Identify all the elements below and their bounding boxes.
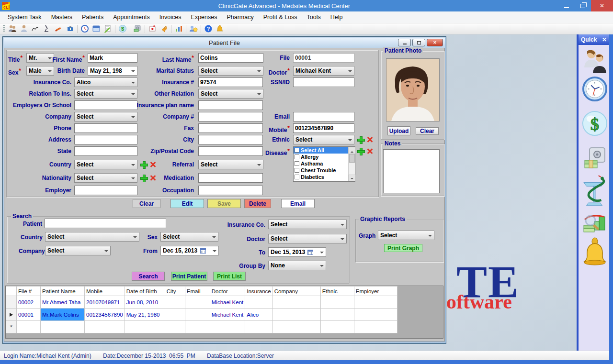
checkbox-icon[interactable] [295, 161, 299, 166]
schedule-icon[interactable] [189, 24, 198, 33]
menu-masters[interactable]: Masters [46, 12, 77, 22]
fax-input[interactable] [198, 123, 263, 133]
insurance-plan-input[interactable] [198, 100, 263, 110]
col-doctor[interactable]: Doctor [210, 287, 245, 296]
grid-row-00002[interactable]: 00002 Mr.Ahmed Taha 20107049971 Jun 08, … [6, 296, 397, 309]
birth-date-picker[interactable]: May 21, 198 [88, 66, 137, 76]
upload-photo-button[interactable]: Upload [387, 126, 410, 135]
medical-kit-icon[interactable] [65, 24, 75, 33]
new-row-selector[interactable]: * [6, 321, 17, 333]
invoice-icon[interactable] [103, 24, 113, 33]
col-city[interactable]: City [165, 287, 185, 296]
menu-system-task[interactable]: System Task [3, 12, 46, 22]
ethnic-select[interactable]: Select [293, 135, 354, 144]
reports-chart-icon[interactable] [174, 24, 183, 33]
email-input[interactable] [293, 112, 354, 121]
pharmacy-box-icon[interactable] [148, 24, 157, 33]
menu-pharmacy[interactable]: Pharmacy [222, 12, 258, 22]
menu-expenses[interactable]: Expenses [186, 12, 222, 22]
title-select[interactable]: Mr. [26, 53, 54, 63]
company-number-input[interactable] [198, 112, 263, 121]
add-country-icon[interactable] [140, 161, 147, 168]
menu-appointments[interactable]: Appointments [108, 12, 154, 22]
staff-icon[interactable] [19, 24, 29, 33]
scroll-thumb[interactable] [349, 154, 355, 163]
signature-icon[interactable] [31, 24, 40, 33]
marital-status-select[interactable]: Select [198, 66, 263, 76]
calendar-icon[interactable] [91, 24, 101, 33]
other-relation-select[interactable]: Select [198, 89, 263, 99]
employer-input[interactable] [74, 186, 137, 195]
col-ethnic[interactable]: Ethnic [320, 287, 354, 296]
grid-new-row[interactable]: * [6, 321, 397, 333]
menu-profit-loss[interactable]: Profit & Loss [259, 12, 302, 22]
notes-textarea[interactable] [383, 149, 440, 193]
patient-close-button[interactable]: ✕ [427, 39, 443, 46]
disease-option-chest-trouble[interactable]: Chest Trouble [294, 167, 348, 174]
row-selector[interactable] [6, 296, 17, 309]
patient-minimize-button[interactable] [398, 39, 411, 46]
selected-cell[interactable]: Mr.Mark Colins [41, 309, 85, 321]
city-input[interactable] [198, 135, 263, 144]
employers-or-school-input[interactable] [74, 100, 137, 110]
occupation-input[interactable] [198, 186, 263, 195]
add-ethnic-icon[interactable] [357, 136, 364, 143]
search-patient-input[interactable] [45, 219, 166, 228]
insurance-co-select[interactable]: Alico [74, 77, 137, 87]
menu-tools[interactable]: Tools [302, 12, 326, 22]
menu-invoices[interactable]: Invoices [155, 12, 186, 22]
scroll-up-icon[interactable] [349, 147, 355, 154]
col-file[interactable]: File # [17, 287, 41, 296]
delete-button[interactable]: Delete [244, 199, 271, 208]
zip-input[interactable] [198, 146, 263, 156]
disease-option-select-all[interactable]: Select All [294, 147, 348, 154]
email-button[interactable]: Email [281, 199, 315, 208]
quick-billing-icon[interactable]: $ [582, 110, 608, 137]
checkbox-icon[interactable] [295, 168, 299, 173]
address-input[interactable] [74, 135, 137, 144]
add-disease-icon[interactable] [357, 148, 364, 154]
returns-arrow-icon[interactable] [159, 24, 169, 33]
quick-panel-close-icon[interactable]: ✕ [602, 36, 607, 43]
col-insurance[interactable]: Insurance [245, 287, 273, 296]
insurance-number-input[interactable] [198, 77, 263, 87]
search-insurance-select[interactable]: Select [268, 220, 347, 229]
quick-pharmacy-icon[interactable] [582, 173, 608, 208]
doctor-select[interactable]: Michael Kent [293, 66, 354, 76]
country-select[interactable]: Select [74, 160, 137, 169]
disease-option-asthama[interactable]: Asthama [294, 160, 348, 167]
patient-window-titlebar[interactable]: Patient File ✕ [4, 38, 445, 48]
medication-input[interactable] [198, 173, 263, 183]
disease-option-diabetics[interactable]: Diabetics [294, 174, 348, 180]
search-company-select[interactable]: Select [45, 246, 111, 255]
mobile-input[interactable] [293, 123, 354, 133]
restore-button[interactable] [575, 0, 591, 11]
checkbox-icon[interactable] [295, 175, 299, 179]
search-button[interactable]: Search [132, 272, 165, 281]
current-row-selector[interactable] [6, 309, 17, 321]
search-country-select[interactable]: Select [45, 232, 139, 242]
state-input[interactable] [74, 146, 137, 156]
group-by-select[interactable]: None [268, 261, 326, 270]
sex-select[interactable]: Male [26, 66, 54, 76]
col-mobile[interactable]: Mobile [85, 287, 125, 296]
scroll-down-icon[interactable] [349, 175, 355, 181]
minimize-button[interactable] [558, 0, 575, 11]
col-patient-name[interactable]: Patient Name [41, 287, 85, 296]
first-name-input[interactable] [88, 53, 137, 63]
relation-to-ins-select[interactable]: Select [74, 89, 137, 99]
patient-maximize-button[interactable] [412, 39, 425, 46]
clear-photo-button[interactable]: Clear [416, 127, 439, 135]
graph-select[interactable]: Select [378, 231, 434, 240]
col-email[interactable]: Email [185, 287, 210, 296]
menu-help[interactable]: Help [326, 12, 348, 22]
delete-ethnic-icon[interactable] [366, 136, 373, 143]
col-employer[interactable]: Employer [354, 287, 397, 296]
col-company[interactable]: Company [272, 287, 320, 296]
print-graph-button[interactable]: Print Graph [384, 244, 422, 252]
help-icon[interactable]: ? [204, 24, 213, 33]
alerts-bell-icon[interactable] [215, 24, 225, 33]
payments-icon[interactable]: $ [118, 24, 127, 33]
print-patient-button[interactable]: Print Patient [171, 272, 207, 281]
company-select[interactable]: Select [74, 112, 137, 121]
